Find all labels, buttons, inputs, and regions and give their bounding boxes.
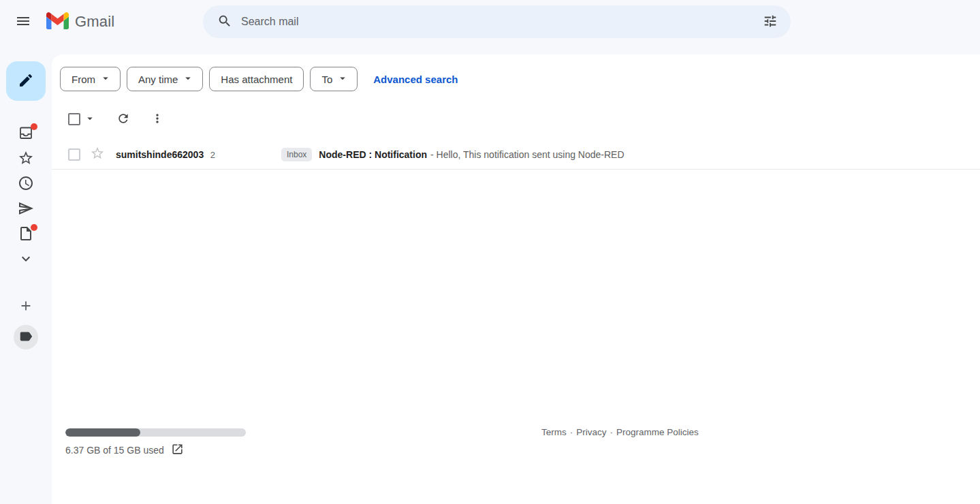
- search-icon: [217, 14, 232, 31]
- row-checkbox[interactable]: [68, 148, 80, 161]
- refresh-button[interactable]: [116, 112, 131, 127]
- filter-chip-from[interactable]: From: [60, 67, 121, 91]
- sidebar-nav: [0, 125, 52, 268]
- chevron-down-icon: [336, 72, 349, 86]
- search-bar[interactable]: [203, 5, 791, 38]
- select-dropdown-button[interactable]: [83, 112, 97, 126]
- main-menu-button[interactable]: [10, 8, 37, 35]
- chip-label: Has attachment: [221, 74, 292, 85]
- thread-count: 2: [210, 150, 215, 160]
- sender-name: sumitshinde662003: [116, 149, 204, 160]
- advanced-search-link[interactable]: Advanced search: [373, 74, 458, 85]
- gmail-m-icon: [46, 12, 69, 32]
- plus-icon: [18, 298, 33, 315]
- footer-separator: ·: [610, 427, 614, 437]
- sidebar-item-snoozed[interactable]: [18, 176, 34, 192]
- storage-bar-track: [65, 428, 246, 437]
- more-vert-icon: [151, 112, 164, 127]
- chevron-down-icon: [18, 251, 34, 269]
- gmail-logo: Gmail: [46, 0, 114, 44]
- app-title: Gmail: [75, 13, 114, 31]
- email-row[interactable]: sumitshinde662003 2 Inbox Node-RED : Not…: [52, 140, 980, 170]
- compose-button[interactable]: [6, 61, 46, 101]
- search-button[interactable]: [212, 10, 237, 34]
- manage-storage-link[interactable]: [170, 443, 185, 458]
- select-all-checkbox[interactable]: [68, 113, 80, 125]
- more-options-button[interactable]: [150, 112, 165, 127]
- send-icon: [18, 200, 34, 219]
- chip-label: From: [72, 74, 95, 85]
- star-icon: [90, 146, 105, 163]
- terms-link[interactable]: Terms: [541, 427, 567, 437]
- star-icon: [18, 150, 34, 168]
- filter-chip-to[interactable]: To: [310, 67, 358, 91]
- inbox-label-badge: Inbox: [281, 148, 312, 161]
- labels-button[interactable]: [14, 325, 38, 349]
- open-in-new-icon: [171, 443, 184, 458]
- sender-cell: sumitshinde662003 2: [116, 148, 281, 161]
- programme-policies-link[interactable]: Programme Policies: [616, 427, 699, 437]
- tune-icon: [763, 14, 778, 31]
- sidebar-item-starred[interactable]: [18, 151, 34, 167]
- sidebar-item-more[interactable]: [18, 251, 34, 268]
- add-label-button[interactable]: [18, 298, 34, 315]
- sidebar-item-drafts[interactable]: [18, 226, 34, 242]
- chevron-down-icon: [99, 72, 112, 86]
- search-options-button[interactable]: [757, 8, 784, 35]
- privacy-link[interactable]: Privacy: [576, 427, 606, 437]
- header: Gmail: [0, 0, 980, 44]
- sidebar-item-sent[interactable]: [18, 201, 34, 217]
- chip-label: Any time: [138, 74, 178, 85]
- label-icon: [18, 329, 33, 346]
- search-filter-chips: From Any time Has attachment To Advanced…: [52, 54, 980, 91]
- sidebar: [0, 44, 52, 504]
- chip-label: To: [321, 74, 332, 85]
- email-snippet: - Hello, This notification sent using No…: [430, 149, 625, 160]
- clock-icon: [18, 175, 34, 193]
- search-input[interactable]: [241, 16, 757, 28]
- main-content: From Any time Has attachment To Advanced…: [52, 54, 980, 504]
- unread-dot: [31, 123, 37, 130]
- pencil-icon: [18, 72, 34, 91]
- storage-bar-fill: [65, 428, 140, 437]
- footer-links: Terms·Privacy·Programme Policies: [541, 427, 699, 437]
- refresh-icon: [116, 112, 130, 127]
- storage-meter: 6.37 GB of 15 GB used: [65, 428, 246, 458]
- unread-dot: [31, 224, 37, 231]
- filter-chip-any-time[interactable]: Any time: [127, 67, 203, 91]
- email-subject: Node-RED : Notification: [319, 149, 427, 160]
- star-toggle[interactable]: [90, 147, 105, 162]
- email-list: sumitshinde662003 2 Inbox Node-RED : Not…: [52, 140, 980, 170]
- storage-usage-text: 6.37 GB of 15 GB used: [65, 445, 164, 456]
- chevron-down-icon: [182, 72, 194, 86]
- hamburger-icon: [15, 13, 31, 31]
- footer-separator: ·: [570, 427, 573, 437]
- sidebar-item-inbox[interactable]: [18, 125, 34, 142]
- chevron-down-icon: [84, 112, 96, 127]
- filter-chip-has-attachment[interactable]: Has attachment: [209, 67, 304, 91]
- list-toolbar: [52, 109, 980, 129]
